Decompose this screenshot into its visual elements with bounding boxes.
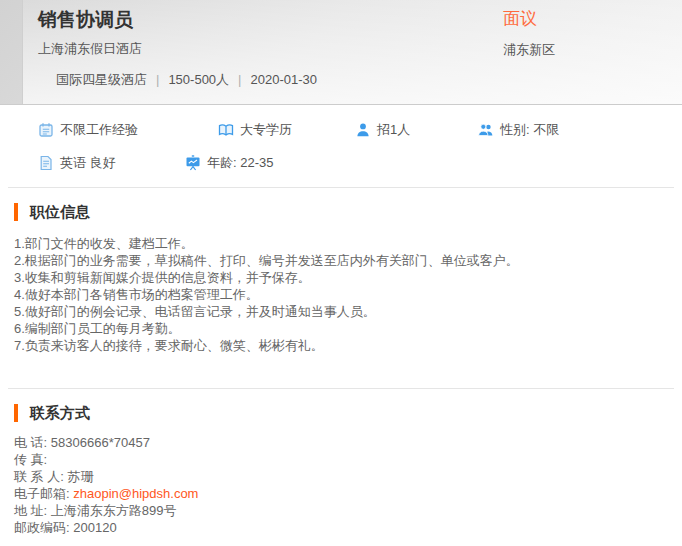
tag-label: 性别: 不限 <box>500 121 559 139</box>
divider <box>8 187 674 188</box>
duty-item: 7.负责来访客人的接待，要求耐心、微笑、彬彬有礼。 <box>14 337 668 354</box>
experience-icon <box>38 122 54 138</box>
tag-item: 大专学历 <box>218 121 355 139</box>
tags-section: 不限工作经验大专学历招1人性别: 不限英语 良好年龄: 22-35 <box>0 105 682 187</box>
contact-label: 传 真: <box>14 452 47 467</box>
duty-item: 3.收集和剪辑新闻媒介提供的信息资料，并予保存。 <box>14 269 668 286</box>
job-header: 销售协调员 上海浦东假日酒店 国际四星级酒店|150-500人|2020-01-… <box>0 0 682 105</box>
duty-item: 1.部门文件的收发、建档工作。 <box>14 235 668 252</box>
contact-row: 联 系 人: 苏珊 <box>14 468 668 485</box>
contact-value: 58306666*70457 <box>51 435 150 450</box>
gender-icon <box>478 122 494 138</box>
contact-value: 200120 <box>73 520 116 535</box>
meta-segment: 国际四星级酒店 <box>56 72 147 87</box>
divider <box>8 388 674 389</box>
job-header-card: 销售协调员 上海浦东假日酒店 国际四星级酒店|150-500人|2020-01-… <box>22 0 682 104</box>
company-name: 上海浦东假日酒店 <box>38 40 682 58</box>
tag-item: 招1人 <box>355 121 478 139</box>
contact-label: 地 址: <box>14 503 51 518</box>
contact-label: 邮政编码: <box>14 520 73 535</box>
tag-label: 大专学历 <box>240 121 292 139</box>
contact-label: 电 话: <box>14 435 51 450</box>
tags-rows: 不限工作经验大专学历招1人性别: 不限英语 良好年龄: 22-35 <box>0 105 682 173</box>
contact-label: 联 系 人: <box>14 469 67 484</box>
salary-text: 面议 <box>503 8 555 30</box>
age-icon <box>185 155 201 171</box>
tag-item: 年龄: 22-35 <box>185 154 273 172</box>
contact-value: 上海浦东东方路899号 <box>51 503 177 518</box>
job-info-section: 职位信息 1.部门文件的收发、建档工作。2.根据部门的业务需要，草拟稿件、打印、… <box>0 203 682 388</box>
tag-item: 不限工作经验 <box>38 121 218 139</box>
duty-list: 1.部门文件的收发、建档工作。2.根据部门的业务需要，草拟稿件、打印、编号并发送… <box>14 235 668 354</box>
contact-row: 电 话: 58306666*70457 <box>14 434 668 451</box>
tag-item: 性别: 不限 <box>478 121 559 139</box>
contact-row: 传 真: <box>14 451 668 468</box>
tag-row: 英语 良好年龄: 22-35 <box>38 153 682 173</box>
email-link[interactable]: zhaopin@hipdsh.com <box>73 486 198 501</box>
job-info-title: 职位信息 <box>14 203 668 221</box>
contact-label: 电子邮箱: <box>14 486 73 501</box>
contact-title: 联系方式 <box>14 404 668 422</box>
contact-rows: 电 话: 58306666*70457传 真: 联 系 人: 苏珊电子邮箱: z… <box>14 434 668 536</box>
education-icon <box>218 122 234 138</box>
duty-item: 2.根据部门的业务需要，草拟稿件、打印、编号并发送至店内外有关部门、单位或客户。 <box>14 252 668 269</box>
contact-row: 邮政编码: 200120 <box>14 519 668 536</box>
contact-row: 地 址: 上海浦东东方路899号 <box>14 502 668 519</box>
district-text: 浦东新区 <box>503 41 555 59</box>
tag-label: 不限工作经验 <box>60 121 138 139</box>
tag-label: 年龄: 22-35 <box>207 154 273 172</box>
contact-value: 苏珊 <box>67 469 93 484</box>
tag-row: 不限工作经验大专学历招1人性别: 不限 <box>38 120 682 140</box>
language-icon <box>38 155 54 171</box>
company-meta: 国际四星级酒店|150-500人|2020-01-30 <box>38 71 682 89</box>
duty-item: 6.编制部门员工的每月考勤。 <box>14 320 668 337</box>
meta-segment: 2020-01-30 <box>251 72 318 87</box>
contact-section: 联系方式 电 话: 58306666*70457传 真: 联 系 人: 苏珊电子… <box>0 404 682 536</box>
duty-item: 5.做好部门的例会记录、电话留言记录，并及时通知当事人员。 <box>14 303 668 320</box>
meta-segment: 150-500人 <box>168 72 229 87</box>
headcount-icon <box>355 122 371 138</box>
contact-row: 电子邮箱: zhaopin@hipdsh.com <box>14 485 668 502</box>
tag-label: 英语 良好 <box>60 154 116 172</box>
job-title: 销售协调员 <box>38 9 682 31</box>
tag-item: 英语 良好 <box>38 154 185 172</box>
meta-separator: | <box>238 72 241 87</box>
duty-item: 4.做好本部门各销售市场的档案管理工作。 <box>14 286 668 303</box>
tag-label: 招1人 <box>377 121 410 139</box>
meta-separator: | <box>156 72 159 87</box>
